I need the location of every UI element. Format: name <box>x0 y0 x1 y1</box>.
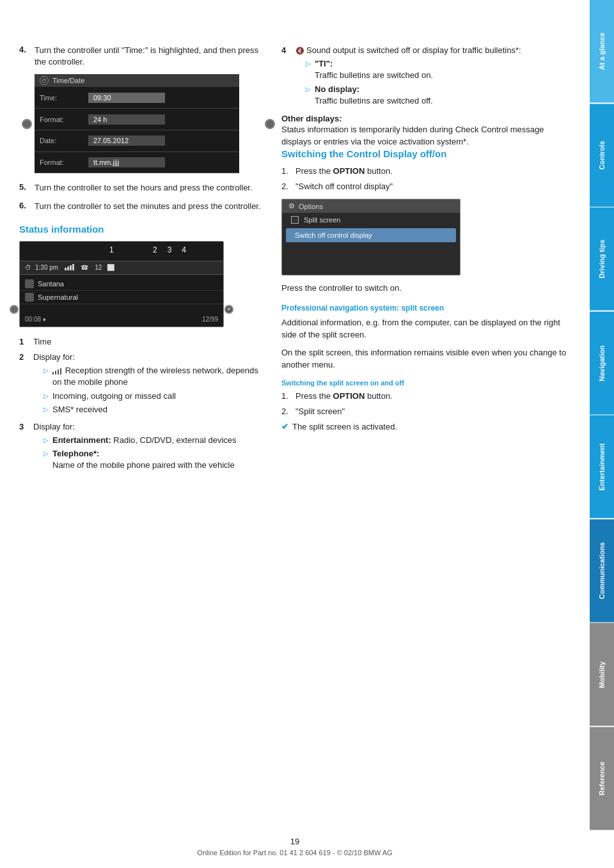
song-area: Santana Supernatural 00:08 ♦ 12/99 <box>20 277 223 327</box>
sub-item-no-display-text: No display: Traffic bulletins are switch… <box>315 84 433 107</box>
controller-knob-right <box>265 119 275 129</box>
screen-rows: Time: 09:30 Format: 24 h Date: 27.05.201… <box>35 87 239 173</box>
controller-knob-left <box>22 119 32 129</box>
split-step-2-text: "Split screen" <box>295 406 345 417</box>
screen-row-format1: Format: 24 h <box>35 109 239 130</box>
sub-item-ti-text: "TI": Traffic bulletins are switched on. <box>315 58 433 81</box>
speaker-off-icon: 🔇 <box>295 47 306 54</box>
split-step-2-num: 2. <box>281 406 292 417</box>
sidebar-tab-communications[interactable]: Communications <box>590 520 614 623</box>
options-screenshot-container: ⚙ Options Split screen Switch off contro… <box>281 199 571 275</box>
right-item-4: 4 🔇 Sound output is switched off or disp… <box>281 45 571 109</box>
step-6: 6. Turn the controller to set the minute… <box>19 201 262 212</box>
step-5-text: Turn the controller to set the hours and… <box>35 182 253 194</box>
ctrl-step-2-text: "Switch off control display" <box>295 181 393 192</box>
options-icon: ⚙ <box>288 202 295 210</box>
legend-item-3-content: Display for: ▷ Entertainment: Radio, CD/… <box>33 421 237 474</box>
song-row-2: Supernatural <box>20 291 223 304</box>
sidebar-tab-mobility[interactable]: Mobility <box>590 623 614 726</box>
legend-label-3: Display for: <box>33 422 75 431</box>
step-4: 4. Turn the controller until "Time:" is … <box>19 45 262 68</box>
legend-item-2: 2 Display for: ▷ Reception strength of t… <box>19 352 262 417</box>
sub-item-incoming: ▷ Incoming, outgoing or missed call <box>43 391 262 402</box>
screen-row-date: Date: 27.05.2012 <box>35 130 239 152</box>
legend-label-2: Display for: <box>33 352 75 362</box>
sub-item-telephone: ▷ Telephone*: Name of the mobile phone p… <box>43 448 237 471</box>
arrow-icon-3: ▷ <box>43 405 49 415</box>
sub-item-sms: ▷ SMS* received <box>43 404 262 415</box>
options-item-switch-off[interactable]: Switch off control display <box>286 228 456 242</box>
split-screen-heading: Switching the split screen on and off <box>281 379 571 387</box>
page-number: 19 <box>0 837 590 846</box>
split-step-1: 1. Press the OPTION button. <box>281 391 571 402</box>
options-item-split: Split screen <box>282 213 460 227</box>
plus-button: + <box>224 305 233 314</box>
left-column: 4. Turn the controller until "Time:" is … <box>19 19 262 477</box>
checkmark-item: ✔ The split screen is activated. <box>281 421 571 433</box>
track-number: 12/99 <box>202 316 218 323</box>
sub-item-incoming-text: Incoming, outgoing or missed call <box>52 391 176 402</box>
options-title-bar: ⚙ Options <box>282 199 460 213</box>
music-icon-1 <box>25 279 34 288</box>
status-bar: ⏱ 1:30 pm ☎ 12 ⬜ <box>20 261 223 275</box>
pro-nav-para1: Additional information, e.g. from the co… <box>281 316 571 341</box>
song-row-1: Santana <box>20 277 223 291</box>
right-column: 4 🔇 Sound output is switched off or disp… <box>281 19 571 477</box>
control-display-heading: Switching the Control Display off/on <box>281 148 571 159</box>
sidebar-tabs: At a glance Controls Driving tips Naviga… <box>590 0 614 831</box>
sub-item-telephone-text: Telephone*: Name of the mobile phone pai… <box>52 448 235 471</box>
sidebar-tab-controls[interactable]: Controls <box>590 104 614 207</box>
step-5-number: 5. <box>19 182 29 194</box>
main-content: 4. Turn the controller until "Time:" is … <box>0 0 590 503</box>
ctrl-step-2-num: 2. <box>281 181 292 192</box>
sidebar-tab-navigation[interactable]: Navigation <box>590 312 614 415</box>
split-step-1-text: Press the OPTION button. <box>295 391 393 402</box>
sub-item-reception-text: Reception strength of the wireless netwo… <box>52 365 262 388</box>
split-step-2: 2. "Split screen" <box>281 406 571 417</box>
ctrl-step-1: 1. Press the OPTION button. <box>281 166 571 177</box>
pro-nav-para2: On the split screen, this information re… <box>281 346 571 371</box>
pro-nav-heading: Professional navigation system: split sc… <box>281 304 571 313</box>
other-displays-text: Status information is temporarily hidden… <box>281 125 544 147</box>
arrow-icon-ti: ▷ <box>306 59 311 81</box>
split-step-1-num: 1. <box>281 391 292 402</box>
step-5: 5. Turn the controller to set the hours … <box>19 182 262 194</box>
step-6-number: 6. <box>19 201 29 212</box>
sidebar-tab-at-a-glance[interactable]: At a glance <box>590 0 614 103</box>
press-controller-text: Press the controller to switch on. <box>281 282 571 295</box>
status-num-1: 1 <box>109 245 114 254</box>
ctrl-step-2: 2. "Switch off control display" <box>281 181 571 192</box>
ctrl-step-1-num: 1. <box>281 166 292 177</box>
sidebar-tab-entertainment[interactable]: Entertainment <box>590 415 614 518</box>
legend-num-2: 2 <box>19 352 29 417</box>
footer-text: Online Edition for Part no. 01 41 2 604 … <box>197 849 392 856</box>
legend-item-3: 3 Display for: ▷ Entertainment: Radio, C… <box>19 421 262 474</box>
status-nums-234: 2 3 4 <box>153 245 186 254</box>
arrow-icon-nodisplay: ▷ <box>306 85 311 107</box>
legend-item-2-content: Display for: ▷ Reception strength of the… <box>33 352 262 417</box>
arrow-icon-1: ▷ <box>43 366 49 388</box>
sub-item-entertainment-text: Entertainment: Radio, CD/DVD, external d… <box>52 435 237 446</box>
signal-bars-small <box>52 368 61 375</box>
arrow-icon-2: ▷ <box>43 392 49 402</box>
checkmark-text: The split screen is activated. <box>292 421 397 433</box>
arrow-icon-5: ▷ <box>43 449 49 471</box>
music-icon-2 <box>25 293 34 302</box>
sub-item-entertainment: ▷ Entertainment: Radio, CD/DVD, external… <box>43 435 237 446</box>
sub-item-no-display: ▷ No display: Traffic bulletins are swit… <box>306 84 521 107</box>
sub-item-reception: ▷ Reception strength of the wireless net… <box>43 365 262 388</box>
screen-row-format2: Format: tt.mm.jjjj <box>35 152 239 174</box>
step-4-number: 4. <box>19 45 29 68</box>
step-6-text: Turn the controller to set the minutes a… <box>35 201 261 212</box>
step-4-text: Turn the controller until "Time:" is hig… <box>35 45 262 68</box>
legend-item-1: 1 Time <box>19 336 262 348</box>
legend-num-1: 1 <box>19 336 29 348</box>
screen-icon: ⏱ <box>40 76 49 85</box>
status-heading: Status information <box>19 224 262 235</box>
sidebar-tab-driving-tips[interactable]: Driving tips <box>590 208 614 311</box>
right-item-4-content: 🔇 Sound output is switched off or displa… <box>295 45 521 109</box>
right-num-4: 4 <box>281 45 292 109</box>
sub-item-ti: ▷ "TI": Traffic bulletins are switched o… <box>306 58 521 81</box>
screen-title-bar: ⏱ Time/Date <box>35 74 239 87</box>
sidebar-tab-reference[interactable]: Reference <box>590 727 614 830</box>
